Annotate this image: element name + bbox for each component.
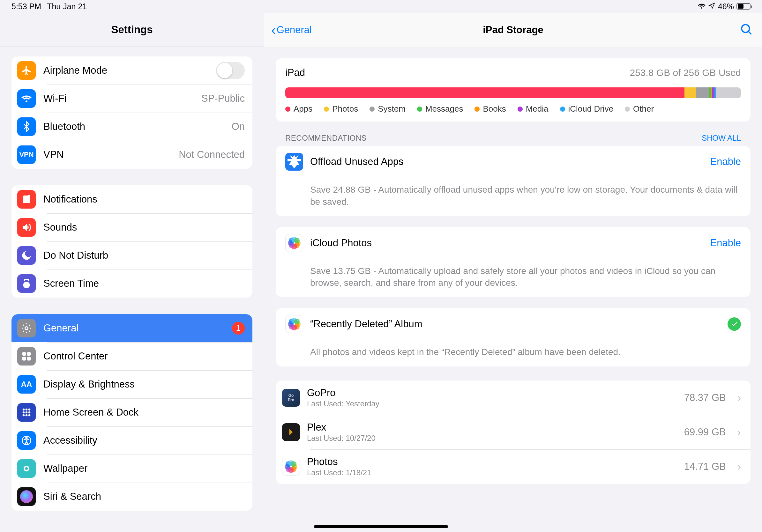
sidebar-item-siri[interactable]: Siri & Search [12,483,253,511]
sidebar-item-wifi[interactable]: Wi-FiSP-Public [12,85,253,112]
wifi-icon [698,2,706,11]
recommendation-card: iCloud PhotosEnableSave 13.75 GB - Autom… [276,227,750,298]
app-last-used: Last Used: 10/27/20 [307,434,677,443]
sidebar-item-controlcenter[interactable]: Control Center [12,342,253,370]
row-label: Wallpaper [43,463,245,474]
storage-used: 253.8 GB of 256 GB Used [630,67,741,78]
row-value: On [232,121,245,132]
chevron-left-icon: ‹ [271,23,276,37]
page-title: iPad Storage [483,24,543,36]
legend-system: System [369,104,406,114]
wallpaper-icon [17,459,36,478]
app-name: GoPro [307,387,677,399]
back-button[interactable]: ‹ General [271,23,312,37]
sidebar: Settings Airplane ModeWi-FiSP-PublicBlue… [0,13,264,532]
airplane-toggle[interactable] [216,62,245,79]
svg-rect-5 [22,357,26,361]
notifications-icon [17,190,36,209]
storage-segment-media [712,87,715,98]
row-label: Home Screen & Dock [43,407,245,418]
battery-pct: 46% [718,2,734,11]
svg-rect-4 [27,352,31,356]
sidebar-item-vpn[interactable]: VPNVPNNot Connected [12,141,253,169]
search-button[interactable] [740,23,753,37]
app-size: 78.37 GB [684,392,726,403]
enable-button[interactable]: Enable [710,156,741,167]
recommendation-card: “Recently Deleted” AlbumAll photos and v… [276,308,750,366]
sidebar-item-airplane[interactable]: Airplane Mode [12,56,253,85]
svg-rect-3 [22,352,26,356]
svg-point-1 [28,195,30,198]
sidebar-item-sounds[interactable]: Sounds [12,213,253,241]
chevron-right-icon: › [737,391,741,404]
enable-button[interactable]: Enable [710,237,741,249]
storage-segment-other [716,87,741,98]
recommendation-card: Offload Unused AppsEnableSave 24.88 GB -… [276,146,750,216]
rec-title: “Recently Deleted” Album [310,318,721,330]
sidebar-item-screentime[interactable]: Screen Time [12,270,253,298]
row-label: Notifications [43,194,245,205]
chevron-right-icon: › [737,426,741,438]
status-date: Thu Jan 21 [47,2,87,11]
back-label: General [277,24,312,36]
row-value: Not Connected [179,149,245,161]
row-label: Do Not Disturb [43,250,245,261]
sidebar-item-accessibility[interactable]: Accessibility [12,427,253,454]
sidebar-item-display[interactable]: AADisplay & Brightness [12,370,253,398]
row-label: Display & Brightness [43,378,245,390]
app-size: 69.99 GB [684,427,726,438]
sidebar-item-dnd[interactable]: Do Not Disturb [12,241,253,270]
row-value: SP-Public [201,93,245,104]
photos-icon [285,315,303,333]
photos-icon [285,234,303,252]
svg-rect-6 [27,357,31,361]
app-name: Plex [307,422,677,433]
app-row[interactable]: GoProGoProLast Used: Yesterday78.37 GB› [276,380,750,415]
app-row[interactable]: PlexLast Used: 10/27/2069.99 GB› [276,415,750,449]
status-bar: 5:53 PM Thu Jan 21 46% [0,0,762,13]
legend-messages: Messages [417,104,463,114]
legend-other: Other [625,104,654,114]
gopro-icon: GoPro [282,389,300,407]
accessibility-icon [17,431,36,450]
rec-title: Offload Unused Apps [310,156,703,167]
svg-point-20 [741,25,750,33]
row-label: Airplane Mode [43,65,216,76]
legend-books: Books [475,104,506,114]
homescreen-icon [17,403,36,422]
legend-apps: Apps [285,104,312,114]
badge: 1 [232,322,245,335]
row-label: Bluetooth [43,121,232,132]
row-label: Wi-Fi [43,93,201,104]
app-last-used: Last Used: Yesterday [307,399,677,408]
svg-point-12 [29,412,31,414]
rec-title: iCloud Photos [310,237,703,249]
sidebar-item-notifications[interactable]: Notifications [12,185,253,213]
storage-card: iPad 253.8 GB of 256 GB Used AppsPhotosS… [276,58,750,121]
screentime-icon [17,274,36,293]
rec-body: Save 13.75 GB - Automatically upload and… [276,259,750,298]
legend-media: Media [518,104,549,114]
svg-point-15 [29,414,31,417]
row-label: Siri & Search [43,491,245,502]
done-check-icon [727,317,741,331]
sidebar-title: Settings [0,13,264,47]
sidebar-item-general[interactable]: General1 [12,314,253,342]
sidebar-item-bluetooth[interactable]: BluetoothOn [12,112,253,141]
sidebar-item-homescreen[interactable]: Home Screen & Dock [12,398,253,427]
svg-point-17 [26,437,28,439]
sounds-icon [17,218,36,237]
show-all-button[interactable]: SHOW ALL [702,134,741,143]
app-name: Photos [307,456,677,468]
svg-point-9 [29,409,31,411]
device-name: iPad [285,67,305,79]
app-row[interactable]: PhotosLast Used: 1/18/2114.71 GB› [276,449,750,484]
sidebar-item-wallpaper[interactable]: Wallpaper [12,454,253,483]
display-icon: AA [17,375,36,394]
storage-bar [285,87,741,98]
battery-icon [736,3,750,10]
status-time: 5:53 PM [12,2,41,11]
svg-point-10 [23,412,25,414]
row-label: Sounds [43,222,245,233]
row-label: Control Center [43,351,245,362]
